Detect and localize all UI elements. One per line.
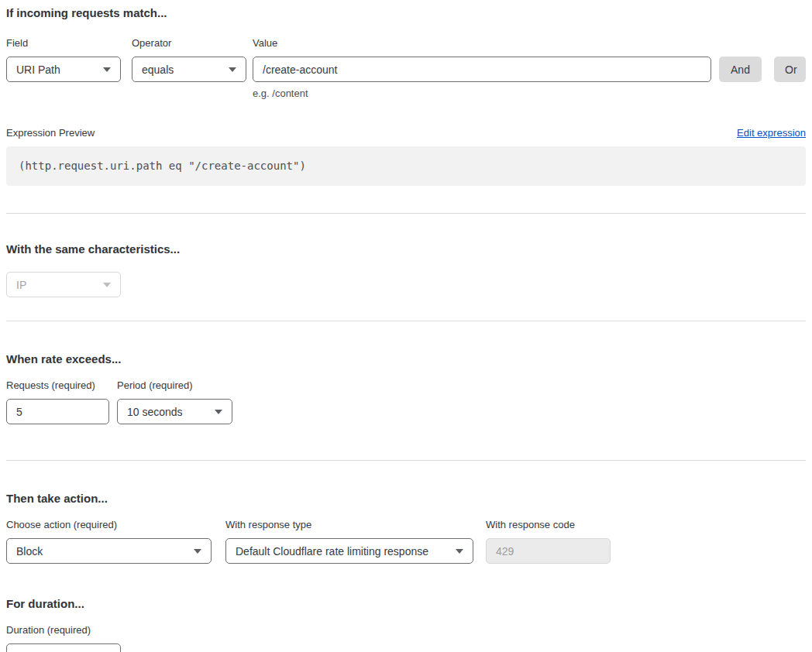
duration-section-heading: For duration... [6, 597, 806, 611]
duration-section: For duration... Duration (required) 10 s… [6, 597, 806, 652]
value-input[interactable] [253, 57, 711, 82]
chevron-down-icon [103, 283, 111, 287]
characteristics-section-heading: With the same characteristics... [6, 242, 806, 256]
period-select[interactable]: 10 seconds [117, 399, 232, 424]
match-section-heading: If incoming requests match... [6, 6, 806, 20]
expression-preview-header: Expression Preview Edit expression [6, 126, 806, 140]
requests-label: Requests (required) [6, 379, 109, 393]
response-code-group: With response code [486, 518, 611, 564]
characteristic-select: IP [6, 272, 121, 297]
period-label: Period (required) [117, 379, 232, 393]
operator-select-value: equals [142, 63, 174, 76]
field-label: Field [6, 36, 121, 50]
action-group: Choose action (required) Block [6, 518, 212, 564]
response-type-label: With response type [225, 518, 473, 532]
choose-action-label: Choose action (required) [6, 518, 212, 532]
action-row: Choose action (required) Block With resp… [6, 518, 806, 564]
period-select-value: 10 seconds [127, 406, 183, 418]
requests-group: Requests (required) [6, 379, 109, 424]
expression-preview-label: Expression Preview [6, 126, 95, 140]
and-button[interactable]: And [719, 57, 762, 82]
action-select-value: Block [16, 545, 43, 558]
operator-select[interactable]: equals [132, 57, 246, 82]
chevron-down-icon [103, 67, 111, 72]
chevron-down-icon [215, 410, 222, 414]
value-group: Value e.g. /content [253, 36, 711, 100]
field-select-value: URI Path [16, 63, 60, 76]
operator-group: Operator equals [132, 36, 246, 82]
action-select[interactable]: Block [6, 538, 212, 564]
edit-expression-link[interactable]: Edit expression [737, 126, 806, 140]
response-code-label: With response code [486, 518, 611, 532]
section-divider [6, 460, 806, 461]
value-label: Value [253, 36, 711, 50]
response-type-select-value: Default Cloudflare rate limiting respons… [236, 545, 428, 558]
match-section: If incoming requests match... Field URI … [6, 6, 806, 186]
duration-select[interactable]: 10 seconds [6, 643, 121, 652]
rate-section-heading: When rate exceeds... [6, 352, 806, 366]
action-section: Then take action... Choose action (requi… [6, 492, 806, 652]
characteristics-section: With the same characteristics... IP [6, 242, 806, 297]
duration-group: Duration (required) 10 seconds [6, 623, 806, 652]
period-group: Period (required) 10 seconds [117, 379, 232, 424]
rate-section: When rate exceeds... Requests (required)… [6, 352, 806, 424]
response-type-select[interactable]: Default Cloudflare rate limiting respons… [225, 538, 473, 564]
chevron-down-icon [456, 549, 463, 554]
field-group: Field URI Path [6, 36, 121, 82]
value-helper-text: e.g. /content [253, 88, 711, 100]
section-divider [6, 213, 806, 214]
match-rule-row: Field URI Path Operator equals Value e.g… [6, 36, 806, 100]
expression-code: (http.request.uri.path eq "/create-accou… [6, 146, 806, 186]
or-button[interactable]: Or [774, 57, 806, 82]
chevron-down-icon [229, 67, 236, 72]
requests-input[interactable] [6, 399, 109, 424]
field-select[interactable]: URI Path [6, 57, 121, 82]
duration-label: Duration (required) [6, 623, 806, 637]
action-section-heading: Then take action... [6, 492, 806, 506]
response-code-input [486, 538, 611, 564]
characteristic-select-value: IP [16, 279, 26, 291]
operator-label: Operator [132, 36, 246, 50]
rate-row: Requests (required) Period (required) 10… [6, 379, 806, 424]
logic-buttons: AndOr [719, 57, 806, 82]
section-divider [6, 321, 806, 321]
chevron-down-icon [194, 549, 201, 554]
response-type-group: With response type Default Cloudflare ra… [225, 518, 473, 564]
